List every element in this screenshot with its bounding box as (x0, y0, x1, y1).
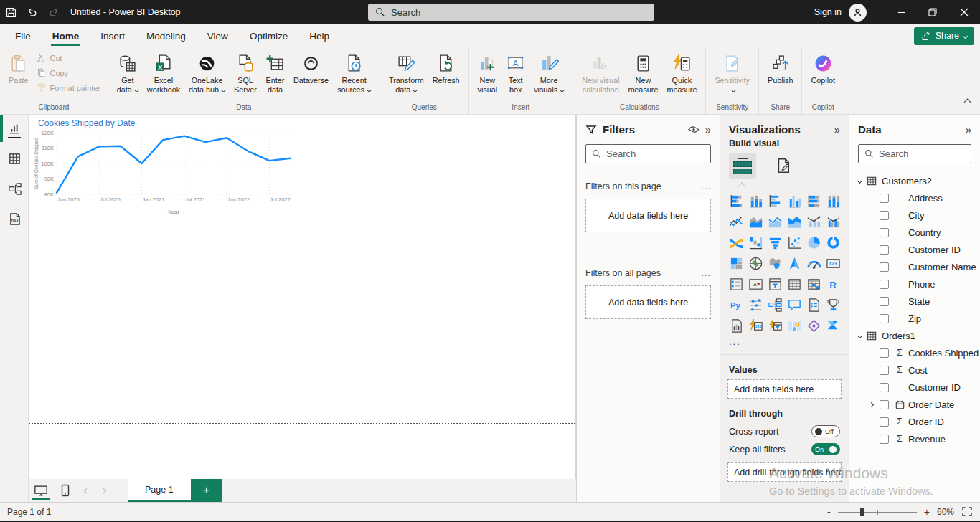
table-orders1[interactable]: Orders1 (849, 327, 980, 344)
viz-type-slicer-new-icon[interactable] (766, 317, 784, 335)
minimize-button[interactable] (885, 0, 917, 24)
viz-type-clustered-bar-chart-icon[interactable] (766, 192, 784, 210)
viz-type-treemap-icon[interactable] (727, 255, 745, 272)
field-checkbox[interactable] (880, 262, 889, 272)
field-cookies-shipped[interactable]: ΣCookies Shipped (849, 344, 980, 361)
field-checkbox[interactable] (880, 280, 889, 289)
recent-sources-button[interactable]: Recentsources (333, 51, 375, 97)
menu-item-modeling[interactable]: Modeling (136, 24, 197, 47)
field-phone[interactable]: Phone (849, 275, 980, 293)
close-button[interactable] (948, 0, 980, 24)
drill-through-dropzone[interactable]: Add drill-through fields here (727, 462, 842, 482)
viz-type-azure-map-icon[interactable] (786, 255, 804, 272)
field-checkbox[interactable] (880, 297, 889, 306)
viz-type-100-stacked-column-chart-icon[interactable] (824, 192, 842, 210)
sidebar-item-report-view[interactable] (0, 115, 29, 145)
format-visual-tab[interactable] (775, 156, 792, 175)
field-checkbox[interactable] (880, 435, 889, 444)
undo-icon[interactable] (22, 0, 43, 24)
data-search-box[interactable] (858, 144, 971, 163)
viz-type-paginated-report-icon[interactable] (727, 317, 745, 335)
viz-type-clustered-column-chart-icon[interactable] (786, 192, 804, 210)
field-checkbox[interactable] (880, 245, 889, 255)
viz-type-table-icon[interactable] (786, 275, 804, 293)
enter-data-button[interactable]: Enterdata (261, 51, 289, 97)
field-cost[interactable]: ΣCost (849, 361, 980, 379)
more-visual-types[interactable]: ... (720, 335, 849, 351)
more-options-icon[interactable]: ... (702, 268, 711, 278)
zoom-slider[interactable] (838, 507, 917, 517)
chevron-right-icon[interactable] (869, 402, 874, 407)
viz-type-line-chart-icon[interactable] (727, 213, 745, 231)
field-address[interactable]: Address (849, 189, 980, 207)
menu-item-optimize[interactable]: Optimize (239, 24, 298, 47)
get-data-button[interactable]: Getdata (113, 51, 143, 97)
excel-workbook-button[interactable]: XExcelworkbook (143, 51, 184, 97)
restore-button[interactable] (917, 0, 948, 24)
sql-server-button[interactable]: SQLServer (230, 51, 261, 97)
viz-type-power-automate-icon[interactable] (824, 317, 842, 335)
viz-type-line-and-clustered-column-chart-icon[interactable] (824, 213, 842, 231)
build-visual-tab[interactable] (729, 153, 756, 179)
eye-icon[interactable] (688, 125, 699, 133)
new-measure-button[interactable]: Newmeasure (623, 51, 662, 97)
field-checkbox[interactable] (880, 400, 889, 409)
onelake-data-hub-button[interactable]: OneLakedata hub (184, 51, 230, 97)
new-visual-button[interactable]: Newvisual (473, 51, 502, 97)
menu-item-view[interactable]: View (197, 24, 239, 47)
viz-type-stacked-area-chart-icon[interactable] (766, 213, 784, 231)
chevron-down-icon[interactable] (857, 333, 862, 338)
viz-type-map-icon[interactable] (747, 255, 765, 272)
viz-type-stacked-column-chart-icon[interactable] (747, 192, 765, 210)
field-customer-name[interactable]: Customer Name (849, 258, 980, 275)
global-search-box[interactable] (368, 4, 654, 21)
zoom-in-button[interactable]: + (924, 506, 930, 518)
field-checkbox[interactable] (880, 228, 889, 237)
field-checkbox[interactable] (880, 194, 889, 203)
viz-type-key-influencers-icon[interactable] (747, 296, 765, 314)
sign-in-button[interactable]: Sign in (814, 7, 842, 17)
refresh-button[interactable]: Refresh (428, 51, 464, 87)
chevron-down-icon[interactable] (857, 178, 862, 183)
menu-item-home[interactable]: Home (42, 24, 90, 47)
menu-item-insert[interactable]: Insert (90, 24, 136, 47)
viz-type-smart-narrative-icon[interactable] (805, 296, 823, 314)
sidebar-item-dax-query-view[interactable]: DAX (0, 205, 29, 235)
keep-all-filters-toggle[interactable]: On (811, 443, 840, 455)
share-button[interactable]: Share (914, 27, 974, 45)
filters-dropzone-page[interactable]: Add data fields here (585, 199, 711, 232)
viz-type-metrics-icon[interactable] (824, 296, 842, 314)
viz-type-gauge-icon[interactable] (805, 255, 823, 272)
field-city[interactable]: City (849, 207, 980, 224)
menu-item-help[interactable]: Help (298, 24, 340, 47)
more-options-icon[interactable]: ... (702, 181, 711, 191)
viz-type-line-and-stacked-column-chart-icon[interactable] (805, 213, 823, 231)
table-customers2[interactable]: Customers2 (849, 172, 980, 189)
viz-type-stacked-bar-chart-icon[interactable] (727, 192, 745, 210)
viz-type-r-script-visual-icon[interactable]: R (824, 275, 842, 293)
field-order-date[interactable]: Order Date (849, 396, 980, 413)
viz-type-area-chart-icon[interactable] (747, 213, 765, 231)
viz-type-100-stacked-area-chart-icon[interactable] (786, 213, 804, 231)
filters-dropzone-all[interactable]: Add data fields here (585, 285, 711, 319)
collapse-visualizations-icon[interactable]: » (834, 124, 840, 135)
viz-type-funnel-chart-icon[interactable] (766, 234, 784, 252)
viz-type-card-icon[interactable]: 123 (824, 255, 842, 272)
quick-measure-button[interactable]: Quickmeasure (662, 51, 701, 97)
zoom-out-button[interactable]: - (827, 506, 831, 518)
values-dropzone[interactable]: Add data fields here (727, 379, 842, 399)
viz-type-waterfall-chart-icon[interactable] (747, 234, 765, 252)
viz-type-decomposition-tree-icon[interactable] (766, 296, 784, 314)
report-canvas[interactable]: Cookies Shipped by Date 80K90K100K110K12… (29, 115, 576, 479)
tab-page-1[interactable]: Page 1 (128, 479, 191, 502)
field-customer-id[interactable]: Customer ID (849, 241, 980, 258)
viz-type-matrix-icon[interactable] (805, 275, 823, 293)
field-customer-id[interactable]: Customer ID (849, 379, 980, 396)
viz-type-pie-chart-icon[interactable] (805, 234, 823, 252)
global-search-input[interactable] (391, 7, 647, 18)
field-zip[interactable]: Zip (849, 310, 980, 327)
viz-type-arcgis-map-icon[interactable] (786, 317, 804, 335)
sidebar-item-table-view[interactable] (0, 145, 29, 175)
viz-type-slicer-icon[interactable] (766, 275, 784, 293)
mobile-layout-button[interactable] (53, 479, 77, 502)
